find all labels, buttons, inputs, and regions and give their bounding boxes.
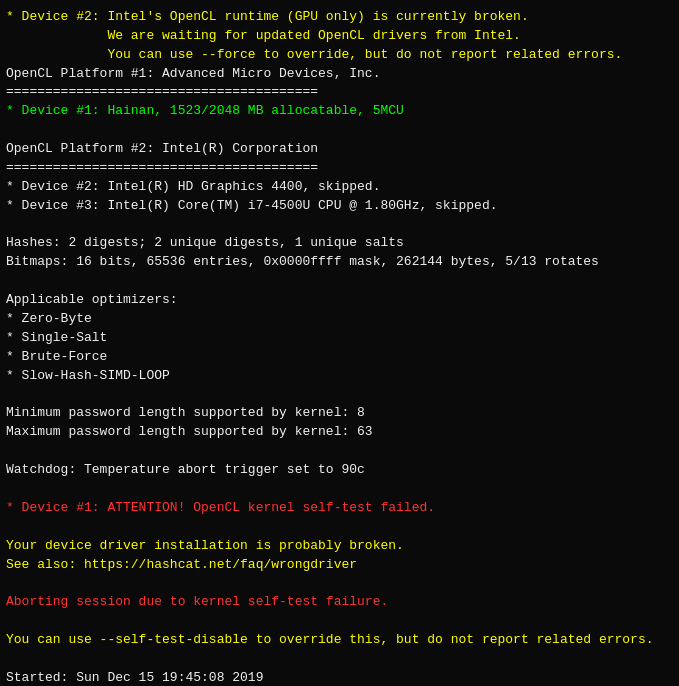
terminal-line: * Slow-Hash-SIMD-LOOP: [6, 367, 673, 386]
terminal-line: OpenCL Platform #1: Advanced Micro Devic…: [6, 65, 673, 84]
terminal-line: You can use --self-test-disable to overr…: [6, 631, 673, 650]
terminal-line: Watchdog: Temperature abort trigger set …: [6, 461, 673, 480]
terminal-line: [6, 442, 673, 461]
terminal-line: [6, 121, 673, 140]
terminal-line: Minimum password length supported by ker…: [6, 404, 673, 423]
terminal-line: You can use --force to override, but do …: [6, 46, 673, 65]
terminal-line: * Device #2: Intel's OpenCL runtime (GPU…: [6, 8, 673, 27]
terminal-line: * Brute-Force: [6, 348, 673, 367]
terminal-line: * Zero-Byte: [6, 310, 673, 329]
terminal-line: Started: Sun Dec 15 19:45:08 2019: [6, 669, 673, 686]
terminal-line: Maximum password length supported by ker…: [6, 423, 673, 442]
terminal-line: Bitmaps: 16 bits, 65536 entries, 0x0000f…: [6, 253, 673, 272]
terminal-line: * Device #1: Hainan, 1523/2048 MB alloca…: [6, 102, 673, 121]
terminal-line: [6, 574, 673, 593]
terminal-line: ========================================: [6, 159, 673, 178]
terminal-line: ========================================: [6, 83, 673, 102]
terminal-line: [6, 385, 673, 404]
terminal-window: * Device #2: Intel's OpenCL runtime (GPU…: [0, 0, 679, 686]
terminal-line: [6, 272, 673, 291]
terminal-line: We are waiting for updated OpenCL driver…: [6, 27, 673, 46]
terminal-line: [6, 215, 673, 234]
terminal-line: * Device #1: ATTENTION! OpenCL kernel se…: [6, 499, 673, 518]
terminal-line: * Single-Salt: [6, 329, 673, 348]
terminal-line: See also: https://hashcat.net/faq/wrongd…: [6, 556, 673, 575]
terminal-line: [6, 650, 673, 669]
terminal-line: [6, 518, 673, 537]
terminal-line: OpenCL Platform #2: Intel(R) Corporation: [6, 140, 673, 159]
terminal-line: Your device driver installation is proba…: [6, 537, 673, 556]
terminal-line: [6, 612, 673, 631]
terminal-line: Applicable optimizers:: [6, 291, 673, 310]
terminal-line: [6, 480, 673, 499]
terminal-line: * Device #3: Intel(R) Core(TM) i7-4500U …: [6, 197, 673, 216]
terminal-line: Aborting session due to kernel self-test…: [6, 593, 673, 612]
terminal-line: * Device #2: Intel(R) HD Graphics 4400, …: [6, 178, 673, 197]
terminal-line: Hashes: 2 digests; 2 unique digests, 1 u…: [6, 234, 673, 253]
